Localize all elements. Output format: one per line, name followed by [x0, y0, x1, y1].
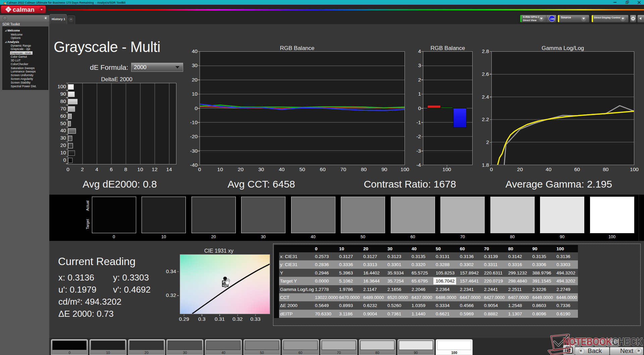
svg-text:NOTEBOOK: NOTEBOOK — [563, 336, 612, 348]
svg-text:CHECK: CHECK — [612, 336, 643, 348]
